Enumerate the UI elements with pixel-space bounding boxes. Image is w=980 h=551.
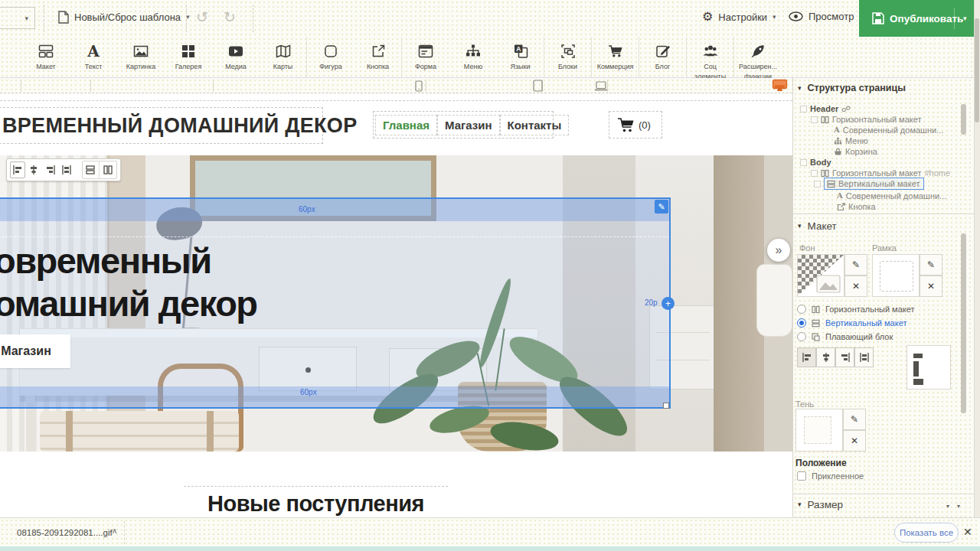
sticky-checkbox-row[interactable]: Приклеенное [797,471,864,481]
frame-edit-button[interactable]: ✎ [920,254,942,276]
tool-gallery[interactable]: Галерея [165,37,212,77]
taskbar-strip [0,546,980,551]
layout-panel-header[interactable]: ▾ Макет [798,220,837,232]
layout-scrollbar-thumb[interactable] [961,233,966,413]
redo-button[interactable]: ↻ [224,10,236,24]
align-right-button[interactable] [835,347,854,367]
photo-towel-shelf [40,411,239,452]
tree-item-cart[interactable]: Корзина [834,146,877,157]
tree-item-horizontal-layout[interactable]: Горизонтальный макет [811,114,921,125]
tree-item-text[interactable]: A Современный домашни... [834,125,943,135]
tree-item-body[interactable]: Body [800,157,831,168]
tree-item-vertical-layout-selected[interactable]: Вертикальный макет [814,178,924,189]
tool-layout[interactable]: Макет [22,37,70,77]
hero-heading-line2[interactable]: омашний декор [0,282,257,325]
tool-social[interactable]: Соц элементы [687,37,734,77]
tree-item-button[interactable]: Кнопка [837,201,876,212]
align-left-button[interactable] [797,347,816,367]
align-center-button[interactable] [27,161,41,178]
tool-menu[interactable]: Меню [449,37,497,77]
frame-preview[interactable] [872,254,920,297]
align-justify-button[interactable] [854,347,874,367]
collapse-icon[interactable] [800,159,807,166]
close-download-bar-icon[interactable]: ✕ [963,526,972,538]
frame-clear-button[interactable]: ✕ [920,276,942,297]
tool-blog[interactable]: Блог [639,37,687,77]
selected-tree-node[interactable]: Вертикальный макет [824,178,924,190]
browser-scrollbar-thumb[interactable] [975,18,979,122]
scroll-caret-icon[interactable]: ▾ [957,504,960,510]
tree-item-text[interactable]: A Современный домашни... [837,191,946,201]
shadow-preview[interactable] [795,409,843,452]
tool-shape[interactable]: Фигура [307,37,354,77]
selection-edit-button[interactable]: ✎ [655,200,668,214]
collapse-icon[interactable] [814,181,821,187]
tool-form[interactable]: Форма [402,37,449,77]
structure-scrollbar-thumb[interactable] [961,104,966,135]
show-all-downloads-button[interactable]: Показать все [894,523,959,543]
settings-button[interactable]: ⚙ Настройки ▾ [702,11,776,23]
collapse-icon[interactable] [811,170,818,177]
tree-item-horizontal-layout-home[interactable]: Горизонтальный макет #home [811,168,950,178]
pages-dropdown[interactable]: ▾ [0,7,35,29]
phone-breakpoint-icon[interactable] [415,80,423,92]
caret-down-icon: ▾ [798,223,802,230]
laptop-breakpoint-icon[interactable] [594,81,608,91]
tool-image[interactable]: Картинка [117,37,165,77]
publish-button[interactable]: Опубликовать ▾ [859,0,980,37]
align-center-button[interactable] [816,347,835,367]
tool-text[interactable]: A Текст [70,37,117,77]
background-edit-button[interactable]: ✎ [844,254,867,276]
new-reset-template-button[interactable]: Новый/Сброс шаблона ▾ [58,11,190,24]
properties-sidebar: ▾ Структура страницы Header Горизонтальн… [792,78,974,517]
menu-item-contacts[interactable]: Контакты [500,115,570,135]
radio-vertical-layout[interactable]: Вертикальный макет [797,317,906,329]
align-left-button[interactable] [10,161,25,178]
site-cart[interactable]: (0) [609,111,662,139]
tool-maps[interactable]: Карты [260,37,307,77]
background-clear-button[interactable]: ✕ [844,276,867,297]
shadow-edit-button[interactable]: ✎ [843,409,866,430]
background-preview[interactable] [797,254,844,297]
tool-media[interactable]: Медиа [212,37,260,77]
checkbox-icon[interactable] [797,471,806,481]
new-arrivals-section[interactable]: Новые поступления [184,486,448,517]
preview-button[interactable]: Просмотр [789,11,854,22]
menu-item-home[interactable]: Главная [375,115,437,135]
structure-panel-header[interactable]: ▾ Структура страницы [798,83,906,93]
tree-item-menu[interactable]: Меню [834,135,868,146]
collapse-icon[interactable] [800,106,807,112]
horizontal-layout-button[interactable] [100,161,116,178]
download-caret-icon[interactable]: ∧ [112,527,117,535]
tree-item-header[interactable]: Header [800,103,851,114]
scroll-caret-icon[interactable]: ▾ [946,504,949,510]
publish-caret-icon[interactable]: ▾ [963,15,967,22]
undo-button[interactable]: ↺ [196,10,208,24]
preview-block [913,354,923,358]
radio-horizontal-layout[interactable]: Горизонтальный макет [797,303,914,315]
menu-item-shop[interactable]: Магазин [437,115,500,135]
selection-resize-handle[interactable] [663,403,669,409]
download-filename[interactable]: 08185-2091292081....gif [17,528,113,537]
tool-languages[interactable]: A Языки [497,37,544,77]
align-justify-button[interactable] [60,161,74,178]
size-panel-header[interactable]: ▾ Размер [798,499,843,510]
tool-commerce[interactable]: Коммерция [592,37,639,77]
tool-advanced[interactable]: Расширен... функции [734,37,782,77]
selection-add-handle[interactable]: + [662,297,675,310]
radio-floating-block[interactable]: Плавающий блок [797,331,893,343]
tool-button[interactable]: Кнопка [354,37,402,77]
desktop-breakpoint-icon-active[interactable] [772,79,788,92]
expand-panel-button[interactable]: » [767,239,790,262]
tool-blocks[interactable]: Блоки [544,37,592,77]
align-right-button[interactable] [43,161,57,178]
site-logo-text[interactable]: ВРЕМЕННЫЙ ДОМАШНИЙ ДЕКОР [0,107,323,144]
ruler-tick [426,80,426,92]
hero-shop-button[interactable]: Магазин [0,334,70,368]
site-menu[interactable]: Главная Магазин Контакты [373,111,554,139]
vertical-layout-button[interactable] [83,161,100,178]
tablet-breakpoint-icon[interactable] [533,80,543,92]
collapse-icon[interactable] [811,116,818,123]
shadow-clear-button[interactable]: ✕ [843,430,866,452]
hero-heading-line1[interactable]: овременный [0,239,211,282]
